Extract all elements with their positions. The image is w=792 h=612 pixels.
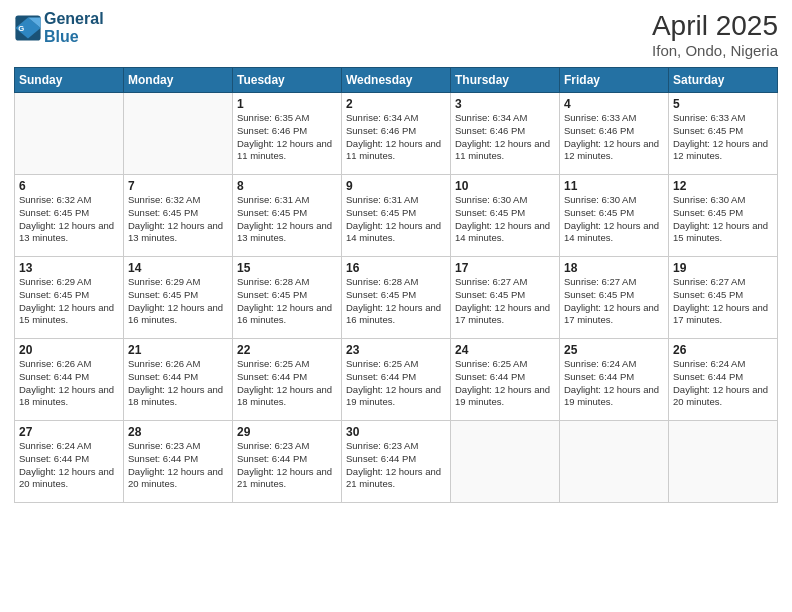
day-info-line: Sunrise: 6:28 AM bbox=[346, 276, 446, 289]
day-info-line: Sunrise: 6:28 AM bbox=[237, 276, 337, 289]
day-info: Sunrise: 6:35 AMSunset: 6:46 PMDaylight:… bbox=[237, 112, 337, 163]
day-info-line: Sunset: 6:45 PM bbox=[128, 289, 228, 302]
day-number: 17 bbox=[455, 261, 555, 275]
day-info-line: Sunset: 6:44 PM bbox=[128, 371, 228, 384]
day-info-line: Sunrise: 6:32 AM bbox=[19, 194, 119, 207]
day-info: Sunrise: 6:24 AMSunset: 6:44 PMDaylight:… bbox=[564, 358, 664, 409]
day-number: 21 bbox=[128, 343, 228, 357]
day-info-line: Sunset: 6:44 PM bbox=[19, 453, 119, 466]
calendar-cell: 22Sunrise: 6:25 AMSunset: 6:44 PMDayligh… bbox=[233, 339, 342, 421]
day-info-line: Sunset: 6:45 PM bbox=[128, 207, 228, 220]
day-info-line: Sunrise: 6:31 AM bbox=[237, 194, 337, 207]
calendar-cell bbox=[124, 93, 233, 175]
day-info: Sunrise: 6:23 AMSunset: 6:44 PMDaylight:… bbox=[237, 440, 337, 491]
day-info: Sunrise: 6:28 AMSunset: 6:45 PMDaylight:… bbox=[237, 276, 337, 327]
day-info-line: Daylight: 12 hours and 19 minutes. bbox=[346, 384, 446, 410]
day-number: 8 bbox=[237, 179, 337, 193]
day-number: 14 bbox=[128, 261, 228, 275]
day-info: Sunrise: 6:25 AMSunset: 6:44 PMDaylight:… bbox=[237, 358, 337, 409]
day-info-line: Daylight: 12 hours and 16 minutes. bbox=[346, 302, 446, 328]
day-info-line: Sunrise: 6:25 AM bbox=[455, 358, 555, 371]
day-info-line: Sunset: 6:45 PM bbox=[673, 289, 773, 302]
day-number: 24 bbox=[455, 343, 555, 357]
day-info-line: Daylight: 12 hours and 16 minutes. bbox=[128, 302, 228, 328]
calendar-cell: 28Sunrise: 6:23 AMSunset: 6:44 PMDayligh… bbox=[124, 421, 233, 503]
day-info-line: Daylight: 12 hours and 11 minutes. bbox=[346, 138, 446, 164]
calendar-cell: 18Sunrise: 6:27 AMSunset: 6:45 PMDayligh… bbox=[560, 257, 669, 339]
day-number: 15 bbox=[237, 261, 337, 275]
day-info-line: Sunrise: 6:34 AM bbox=[455, 112, 555, 125]
day-info-line: Sunrise: 6:35 AM bbox=[237, 112, 337, 125]
day-info: Sunrise: 6:23 AMSunset: 6:44 PMDaylight:… bbox=[346, 440, 446, 491]
day-info-line: Sunrise: 6:33 AM bbox=[673, 112, 773, 125]
calendar-cell bbox=[15, 93, 124, 175]
calendar-cell: 17Sunrise: 6:27 AMSunset: 6:45 PMDayligh… bbox=[451, 257, 560, 339]
calendar-cell: 12Sunrise: 6:30 AMSunset: 6:45 PMDayligh… bbox=[669, 175, 778, 257]
day-info: Sunrise: 6:23 AMSunset: 6:44 PMDaylight:… bbox=[128, 440, 228, 491]
day-number: 4 bbox=[564, 97, 664, 111]
calendar-table: SundayMondayTuesdayWednesdayThursdayFrid… bbox=[14, 67, 778, 503]
day-info-line: Daylight: 12 hours and 21 minutes. bbox=[346, 466, 446, 492]
day-number: 1 bbox=[237, 97, 337, 111]
day-number: 9 bbox=[346, 179, 446, 193]
day-info-line: Daylight: 12 hours and 17 minutes. bbox=[455, 302, 555, 328]
title-block: April 2025 Ifon, Ondo, Nigeria bbox=[652, 10, 778, 59]
day-number: 22 bbox=[237, 343, 337, 357]
day-info: Sunrise: 6:25 AMSunset: 6:44 PMDaylight:… bbox=[346, 358, 446, 409]
day-info: Sunrise: 6:32 AMSunset: 6:45 PMDaylight:… bbox=[19, 194, 119, 245]
day-info-line: Daylight: 12 hours and 20 minutes. bbox=[19, 466, 119, 492]
day-info: Sunrise: 6:27 AMSunset: 6:45 PMDaylight:… bbox=[673, 276, 773, 327]
day-info-line: Sunrise: 6:29 AM bbox=[19, 276, 119, 289]
day-info: Sunrise: 6:33 AMSunset: 6:45 PMDaylight:… bbox=[673, 112, 773, 163]
day-info: Sunrise: 6:32 AMSunset: 6:45 PMDaylight:… bbox=[128, 194, 228, 245]
calendar-cell: 8Sunrise: 6:31 AMSunset: 6:45 PMDaylight… bbox=[233, 175, 342, 257]
calendar-title: April 2025 bbox=[652, 10, 778, 42]
day-info: Sunrise: 6:27 AMSunset: 6:45 PMDaylight:… bbox=[564, 276, 664, 327]
day-info-line: Sunrise: 6:25 AM bbox=[346, 358, 446, 371]
day-info-line: Sunset: 6:45 PM bbox=[673, 207, 773, 220]
calendar-cell: 13Sunrise: 6:29 AMSunset: 6:45 PMDayligh… bbox=[15, 257, 124, 339]
day-number: 27 bbox=[19, 425, 119, 439]
day-info-line: Daylight: 12 hours and 12 minutes. bbox=[673, 138, 773, 164]
day-number: 7 bbox=[128, 179, 228, 193]
day-info: Sunrise: 6:33 AMSunset: 6:46 PMDaylight:… bbox=[564, 112, 664, 163]
day-info-line: Daylight: 12 hours and 11 minutes. bbox=[237, 138, 337, 164]
day-number: 20 bbox=[19, 343, 119, 357]
day-info-line: Sunset: 6:45 PM bbox=[455, 207, 555, 220]
day-info-line: Daylight: 12 hours and 15 minutes. bbox=[673, 220, 773, 246]
day-header-monday: Monday bbox=[124, 68, 233, 93]
calendar-header-row: SundayMondayTuesdayWednesdayThursdayFrid… bbox=[15, 68, 778, 93]
calendar-week-1: 1Sunrise: 6:35 AMSunset: 6:46 PMDaylight… bbox=[15, 93, 778, 175]
day-number: 28 bbox=[128, 425, 228, 439]
day-info: Sunrise: 6:30 AMSunset: 6:45 PMDaylight:… bbox=[673, 194, 773, 245]
day-info-line: Sunset: 6:46 PM bbox=[346, 125, 446, 138]
day-info-line: Sunrise: 6:25 AM bbox=[237, 358, 337, 371]
day-info-line: Daylight: 12 hours and 21 minutes. bbox=[237, 466, 337, 492]
day-info-line: Daylight: 12 hours and 13 minutes. bbox=[237, 220, 337, 246]
logo: G General Blue bbox=[14, 10, 104, 45]
calendar-cell: 26Sunrise: 6:24 AMSunset: 6:44 PMDayligh… bbox=[669, 339, 778, 421]
day-info: Sunrise: 6:29 AMSunset: 6:45 PMDaylight:… bbox=[19, 276, 119, 327]
day-number: 23 bbox=[346, 343, 446, 357]
day-info-line: Sunset: 6:44 PM bbox=[564, 371, 664, 384]
calendar-cell bbox=[560, 421, 669, 503]
day-info-line: Daylight: 12 hours and 12 minutes. bbox=[564, 138, 664, 164]
day-info-line: Sunset: 6:45 PM bbox=[455, 289, 555, 302]
calendar-cell: 25Sunrise: 6:24 AMSunset: 6:44 PMDayligh… bbox=[560, 339, 669, 421]
day-number: 5 bbox=[673, 97, 773, 111]
calendar-cell bbox=[669, 421, 778, 503]
calendar-cell: 30Sunrise: 6:23 AMSunset: 6:44 PMDayligh… bbox=[342, 421, 451, 503]
day-header-tuesday: Tuesday bbox=[233, 68, 342, 93]
day-number: 6 bbox=[19, 179, 119, 193]
day-info-line: Sunset: 6:45 PM bbox=[237, 289, 337, 302]
calendar-cell: 9Sunrise: 6:31 AMSunset: 6:45 PMDaylight… bbox=[342, 175, 451, 257]
day-number: 16 bbox=[346, 261, 446, 275]
day-info-line: Daylight: 12 hours and 20 minutes. bbox=[673, 384, 773, 410]
calendar-cell: 7Sunrise: 6:32 AMSunset: 6:45 PMDaylight… bbox=[124, 175, 233, 257]
day-info-line: Sunset: 6:44 PM bbox=[237, 371, 337, 384]
day-info-line: Daylight: 12 hours and 15 minutes. bbox=[19, 302, 119, 328]
day-info-line: Sunset: 6:45 PM bbox=[564, 207, 664, 220]
calendar-subtitle: Ifon, Ondo, Nigeria bbox=[652, 42, 778, 59]
day-number: 29 bbox=[237, 425, 337, 439]
day-info: Sunrise: 6:26 AMSunset: 6:44 PMDaylight:… bbox=[128, 358, 228, 409]
